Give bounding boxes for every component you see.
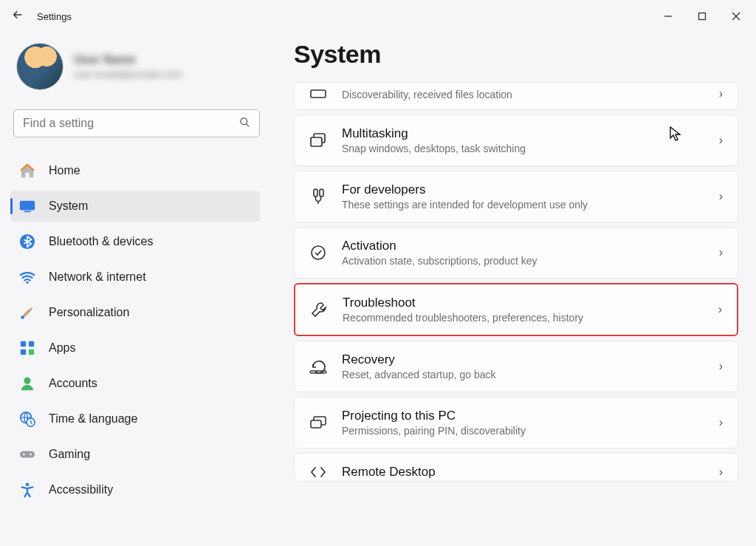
chevron-right-icon: › — [719, 134, 723, 147]
sidebar-item-label: System — [49, 199, 88, 213]
card-subtitle: Activation state, subscriptions, product… — [342, 255, 719, 267]
card-multitasking[interactable]: Multitasking Snap windows, desktops, tas… — [294, 115, 738, 166]
chevron-right-icon: › — [718, 303, 722, 316]
globe-clock-icon — [19, 411, 35, 427]
svg-rect-25 — [314, 189, 317, 197]
brush-icon — [19, 304, 35, 321]
svg-rect-22 — [311, 90, 326, 98]
sidebar-item-label: Accounts — [49, 377, 97, 390]
card-title: Projecting to this PC — [342, 409, 719, 423]
card-title: Troubleshoot — [343, 296, 718, 310]
card-subtitle: Reset, advanced startup, go back — [342, 369, 719, 381]
avatar — [16, 43, 63, 90]
sidebar-item-accounts[interactable]: Accounts — [10, 368, 260, 399]
titlebar: Settings — [0, 0, 756, 33]
back-button[interactable] — [3, 8, 32, 25]
sidebar-item-label: Accessibility — [49, 483, 113, 496]
main-content: System Discoverability, received files l… — [273, 33, 756, 546]
chevron-right-icon: › — [719, 465, 723, 479]
card-title: Recovery — [342, 352, 719, 367]
card-subtitle: Discoverability, received files location — [342, 89, 719, 100]
sidebar-item-label: Gaming — [49, 448, 90, 461]
svg-rect-13 — [21, 349, 26, 355]
card-activation[interactable]: Activation Activation state, subscriptio… — [294, 227, 738, 279]
sidebar-item-gaming[interactable]: Gaming — [10, 439, 260, 470]
window-controls — [651, 4, 753, 28]
svg-rect-12 — [29, 341, 34, 347]
svg-point-10 — [21, 315, 24, 319]
sidebar-item-time-language[interactable]: Time & language — [10, 403, 260, 434]
svg-point-28 — [312, 246, 325, 259]
card-for-developers[interactable]: For developers These settings are intend… — [294, 171, 738, 222]
svg-point-21 — [26, 482, 30, 486]
main-container: User Name user.email@provider.com Home — [0, 33, 756, 546]
svg-point-15 — [24, 378, 30, 384]
check-circle-icon — [309, 244, 336, 262]
nearby-icon — [309, 87, 336, 100]
sidebar-item-label: Network & internet — [49, 270, 146, 284]
svg-rect-6 — [20, 201, 35, 211]
profile-block[interactable]: User Name user.email@provider.com — [13, 40, 260, 100]
card-remote-desktop[interactable]: Remote Desktop › — [294, 453, 738, 482]
card-recovery[interactable]: Recovery Reset, advanced startup, go bac… — [294, 341, 738, 392]
apps-icon — [19, 340, 35, 356]
sidebar-item-apps[interactable]: Apps — [10, 332, 260, 364]
card-nearby-sharing[interactable]: Discoverability, received files location… — [294, 82, 738, 110]
svg-point-9 — [26, 281, 28, 284]
multitask-icon — [309, 132, 336, 149]
nav-list: Home System Bluetooth & devices Network … — [10, 155, 260, 505]
svg-rect-1 — [699, 13, 706, 20]
sidebar-item-network[interactable]: Network & internet — [10, 262, 260, 293]
maximize-button[interactable] — [685, 4, 719, 28]
minimize-button[interactable] — [651, 4, 685, 28]
card-subtitle: Recommended troubleshooters, preferences… — [343, 312, 718, 324]
dev-icon — [309, 188, 336, 205]
accounts-icon — [19, 375, 35, 392]
card-projecting[interactable]: Projecting to this PC Permissions, pairi… — [294, 397, 738, 448]
sidebar-item-home[interactable]: Home — [10, 155, 260, 186]
card-subtitle: These settings are intended for developm… — [342, 199, 719, 211]
close-button[interactable] — [719, 4, 753, 28]
sidebar-item-label: Apps — [49, 341, 75, 355]
sidebar-item-label: Time & language — [49, 412, 137, 426]
system-icon — [19, 198, 35, 214]
bluetooth-icon — [19, 233, 35, 250]
svg-rect-26 — [320, 189, 323, 197]
chevron-right-icon: › — [719, 190, 723, 203]
sidebar-item-bluetooth[interactable]: Bluetooth & devices — [10, 226, 260, 257]
card-subtitle: Snap windows, desktops, task switching — [342, 143, 719, 154]
svg-rect-11 — [21, 341, 26, 347]
chevron-right-icon: › — [719, 416, 723, 429]
svg-point-20 — [30, 454, 32, 456]
profile-email: user.email@provider.com — [74, 69, 182, 80]
svg-line-5 — [247, 124, 249, 126]
card-title: Activation — [342, 239, 719, 253]
window-title: Settings — [32, 11, 72, 22]
project-icon — [309, 415, 336, 430]
card-troubleshoot[interactable]: Troubleshoot Recommended troubleshooters… — [294, 283, 738, 336]
sidebar-item-personalization[interactable]: Personalization — [10, 297, 260, 328]
profile-name: User Name — [74, 53, 182, 66]
svg-rect-14 — [29, 349, 34, 355]
wifi-icon — [19, 269, 35, 285]
search-input[interactable] — [23, 117, 239, 130]
sidebar-item-label: Bluetooth & devices — [49, 235, 153, 248]
svg-rect-24 — [311, 137, 322, 146]
page-title: System — [294, 40, 738, 69]
svg-rect-31 — [311, 420, 321, 428]
gamepad-icon — [19, 446, 35, 463]
search-box[interactable] — [13, 109, 260, 137]
svg-point-4 — [241, 118, 247, 125]
card-title: Multitasking — [342, 126, 719, 141]
sidebar-item-label: Home — [49, 164, 80, 177]
sidebar-item-system[interactable]: System — [10, 191, 260, 222]
card-title: For developers — [342, 182, 719, 197]
sidebar-item-accessibility[interactable]: Accessibility — [10, 474, 260, 505]
settings-card-list: Discoverability, received files location… — [294, 82, 738, 482]
sidebar: User Name user.email@provider.com Home — [0, 33, 273, 546]
wrench-icon — [310, 301, 337, 318]
card-subtitle: Permissions, pairing PIN, discoverabilit… — [342, 425, 719, 437]
svg-rect-7 — [24, 211, 30, 212]
sidebar-item-label: Personalization — [49, 306, 129, 319]
home-icon — [19, 163, 35, 179]
